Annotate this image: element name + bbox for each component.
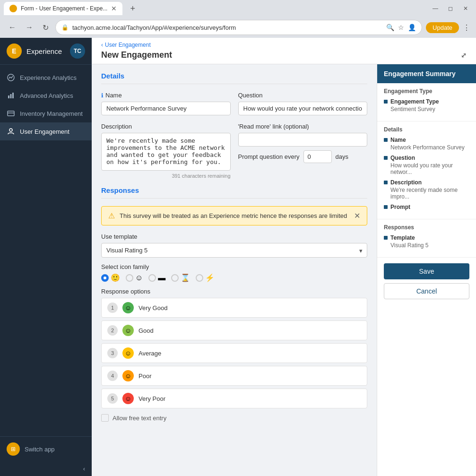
summary-bullet-5 [384, 205, 388, 209]
forward-button[interactable]: → [23, 21, 36, 34]
summary-prompt-item: Prompt [384, 204, 469, 210]
breadcrumb-parent[interactable]: User Engagement [105, 42, 151, 48]
icon-symbol-5: ⚡ [205, 273, 215, 282]
warning-banner: ⚠ This survey will be treated as an Expe… [101, 206, 367, 225]
address-bar[interactable]: 🔒 tachyon.acme.local/Tachyon/App/#/exper… [55, 20, 422, 35]
address-text: tachyon.acme.local/Tachyon/App/#/experie… [72, 24, 382, 31]
tab-close-icon[interactable]: ✕ [111, 5, 117, 12]
read-more-input[interactable] [238, 133, 368, 147]
switch-app-button[interactable]: ⊞ Switch app [0, 436, 92, 461]
summary-template-value: Visual Rating 5 [390, 242, 469, 249]
summary-question-label: Question [384, 155, 469, 161]
browser-tab[interactable]: Form - User Engagement - Expe... ✕ [4, 2, 122, 15]
reload-button[interactable]: ↻ [40, 21, 52, 34]
response-icon-5: ☺ [122, 393, 134, 404]
save-button[interactable]: Save [384, 263, 469, 279]
name-field: ℹ Name [101, 92, 231, 115]
response-text-3: Average [138, 350, 161, 357]
user-avatar[interactable]: TC [70, 43, 85, 59]
browser-addressbar: ← → ↻ 🔒 tachyon.acme.local/Tachyon/App/#… [0, 17, 476, 38]
response-item-3: 3 ☺ Average [101, 343, 367, 363]
free-text-row: Allow free text entry [101, 414, 367, 422]
warning-close-button[interactable]: ✕ [354, 211, 360, 220]
summary-bullet-2 [384, 138, 388, 142]
summary-header: Engagement Summary [377, 64, 476, 83]
radio-3[interactable] [148, 274, 156, 282]
sidebar-header: E Experience TC [0, 38, 92, 65]
sidebar-item-user-engagement[interactable]: User Engagement [0, 122, 92, 140]
description-textarea[interactable]: We're recently made some improvements to… [101, 133, 231, 171]
response-item-4: 4 ☺ Poor [101, 366, 367, 386]
tab-favicon [9, 5, 17, 12]
template-select[interactable]: Visual Rating 5 [101, 243, 367, 258]
close-button[interactable]: ✕ [459, 4, 472, 13]
more-options-icon[interactable]: ⋮ [463, 23, 470, 32]
switch-app-label: Switch app [25, 446, 55, 453]
summary-engagement-type-title: Engagement Type [384, 88, 469, 95]
summary-actions: Save Cancel [377, 258, 476, 305]
window-controls: — ◻ ✕ [429, 4, 472, 13]
form-container: Details ℹ Name Question [92, 64, 476, 476]
icon-option-1[interactable]: 🙂 [101, 273, 120, 282]
sidebar-item-advanced-analytics[interactable]: Advanced Analytics [0, 87, 92, 104]
sidebar-item-experience-analytics[interactable]: Experience Analytics [0, 69, 92, 87]
warning-text: This survey will be treated as an Experi… [120, 212, 349, 219]
response-num-2: 2 [107, 325, 118, 336]
response-num-5: 5 [107, 393, 118, 404]
radio-1[interactable] [101, 274, 109, 282]
search-icon[interactable]: 🔍 [386, 24, 394, 31]
question-input[interactable] [238, 102, 368, 115]
advanced-analytics-label: Advanced Analytics [20, 92, 73, 99]
summary-details-title: Details [384, 126, 469, 133]
sidebar-item-inventory-management[interactable]: Inventory Management [0, 104, 92, 122]
icon-option-3[interactable]: ▬ [148, 274, 165, 282]
update-button[interactable]: Update [426, 22, 459, 33]
breadcrumb[interactable]: ‹ User Engagement [101, 42, 467, 48]
icon-option-2[interactable]: ☺ [126, 274, 143, 282]
response-item-2: 2 ☺ Good [101, 320, 367, 340]
response-icon-2: ☺ [122, 325, 134, 336]
response-text-2: Good [138, 327, 154, 334]
cancel-button[interactable]: Cancel [384, 283, 469, 299]
expand-icon[interactable]: ⤢ [461, 52, 467, 59]
summary-bullet-6 [384, 236, 388, 240]
prompt-input[interactable] [303, 150, 332, 163]
sidebar-nav: Experience Analytics Advanced Analytics … [0, 65, 92, 436]
description-readmore-row: Description We're recently made some imp… [101, 123, 367, 179]
minimize-button[interactable]: — [429, 4, 442, 13]
svg-rect-2 [10, 94, 12, 98]
radio-2[interactable] [126, 274, 133, 282]
name-question-row: ℹ Name Question [101, 92, 367, 115]
app-container: E Experience TC Experience Analytics Adv… [0, 38, 476, 476]
icon-option-5[interactable]: ⚡ [196, 273, 215, 282]
lock-icon: 🔒 [61, 24, 69, 31]
breadcrumb-arrow-icon: ‹ [101, 42, 103, 48]
radio-5[interactable] [196, 274, 203, 282]
svg-point-6 [9, 129, 12, 131]
summary-bullet-1 [384, 100, 388, 104]
back-button[interactable]: ← [6, 21, 19, 34]
svg-rect-3 [12, 93, 14, 98]
template-select-wrapper: Visual Rating 5 ▾ [101, 243, 367, 258]
free-text-checkbox[interactable] [101, 414, 109, 422]
name-input[interactable] [101, 102, 231, 115]
summary-name-value: Network Performance Survey [390, 144, 469, 151]
response-num-4: 4 [107, 371, 118, 381]
response-num-3: 3 [107, 348, 118, 358]
user-engagement-label: User Engagement [20, 128, 69, 135]
summary-details-section: Details Name Network Performance Survey … [377, 121, 476, 219]
icon-option-4[interactable]: ⌛ [171, 273, 190, 282]
bookmark-icon[interactable]: ☆ [398, 24, 404, 31]
restore-button[interactable]: ◻ [444, 4, 457, 13]
sidebar-collapse-button[interactable]: ‹ [0, 461, 92, 476]
profile-icon[interactable]: 👤 [408, 24, 416, 31]
warning-icon: ⚠ [108, 211, 115, 220]
summary-prompt-label: Prompt [384, 204, 469, 210]
main-content: ‹ User Engagement New Engagement ⤢ Detai… [92, 38, 476, 476]
responses-section: Responses ⚠ This survey will be treated … [101, 186, 367, 422]
responses-section-title: Responses [101, 186, 367, 199]
address-actions: 🔍 ☆ 👤 [386, 24, 416, 31]
template-row: Use template Visual Rating 5 ▾ [101, 233, 367, 258]
new-tab-button[interactable]: + [126, 2, 139, 16]
radio-4[interactable] [171, 274, 179, 282]
